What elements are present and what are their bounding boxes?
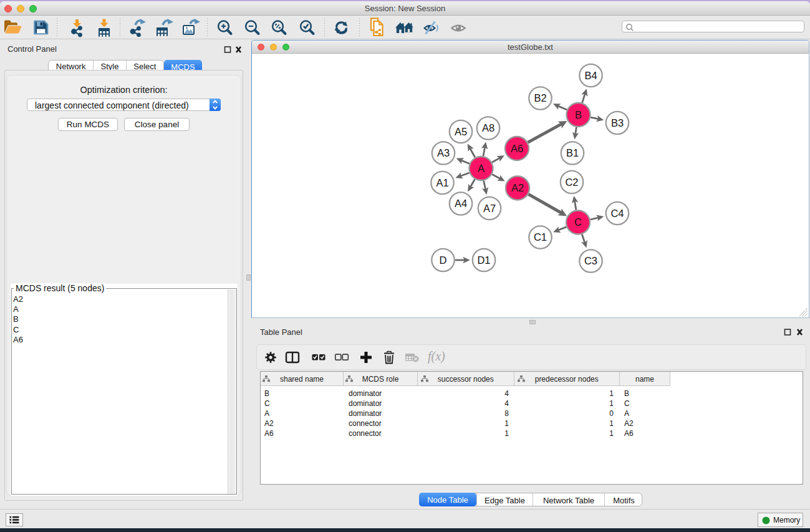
svg-text:B3: B3 (611, 117, 624, 128)
svg-text:A6: A6 (511, 143, 523, 154)
svg-text:A1: A1 (436, 177, 448, 188)
svg-text:C1: C1 (534, 231, 547, 243)
svg-text:D1: D1 (477, 254, 490, 266)
svg-text:C2: C2 (565, 177, 578, 188)
svg-text:A8: A8 (482, 122, 494, 133)
svg-text:B4: B4 (584, 70, 597, 81)
svg-text:A3: A3 (437, 147, 450, 158)
svg-text:A5: A5 (455, 126, 467, 137)
svg-text:B2: B2 (534, 92, 546, 104)
svg-text:C: C (574, 216, 582, 228)
svg-text:C3: C3 (584, 255, 597, 266)
svg-text:B: B (575, 109, 582, 120)
svg-text:A2: A2 (511, 182, 524, 193)
svg-text:A4: A4 (455, 198, 467, 209)
svg-text:C4: C4 (610, 208, 624, 219)
svg-text:D: D (440, 254, 447, 266)
svg-text:A: A (478, 163, 485, 174)
svg-text:A7: A7 (483, 203, 496, 214)
svg-text:B1: B1 (566, 147, 579, 158)
